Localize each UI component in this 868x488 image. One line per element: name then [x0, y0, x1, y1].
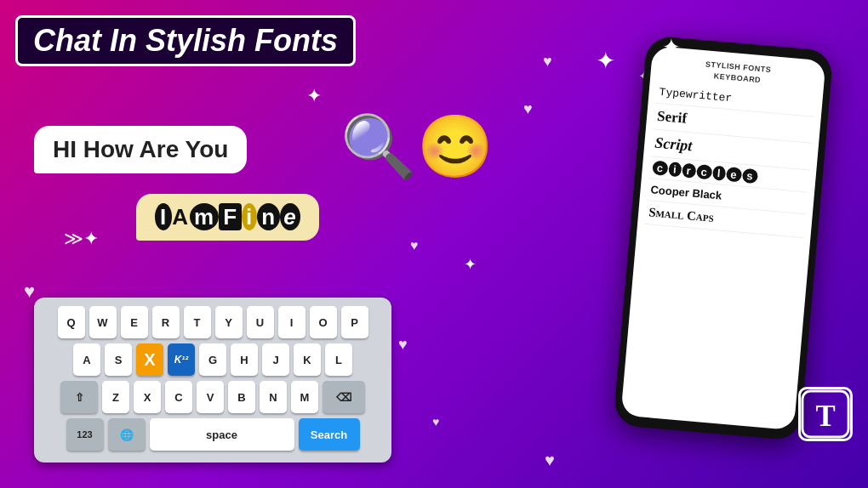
key-p[interactable]: P	[341, 306, 368, 338]
key-q[interactable]: Q	[58, 306, 85, 338]
sparkle-top-right-2: ✦	[692, 60, 702, 73]
key-s[interactable]: S	[105, 343, 132, 376]
title-text: Chat In Stylish Fonts	[33, 23, 338, 58]
key-r[interactable]: R	[152, 306, 180, 338]
key-t[interactable]: T	[184, 306, 211, 338]
heart-icon-6: ♥	[543, 53, 552, 71]
key-n[interactable]: N	[260, 381, 287, 413]
key-g[interactable]: G	[199, 343, 226, 376]
key-k12[interactable]: K¹²	[168, 343, 195, 376]
keyboard-row-2: A S X K¹² G H J K L	[41, 343, 385, 376]
text-format-icon: T	[798, 387, 853, 441]
heart-icon-2: ♥	[523, 100, 533, 118]
phone-mockup: Stylish Fonts Keyboard Typewritter Serif…	[613, 35, 833, 440]
sparkle-top-right: ✦	[662, 34, 681, 60]
sparkle-icon-4: ✦	[464, 255, 477, 274]
keyboard-row-4: 123 🌐 space Search	[41, 418, 385, 451]
heart-icon-4: ♥	[432, 415, 439, 428]
key-shift[interactable]: ⇧	[60, 381, 98, 413]
key-w[interactable]: W	[89, 306, 117, 338]
title-box: Chat In Stylish Fonts	[15, 15, 356, 66]
shooting-star-icon: ≫✦	[64, 228, 99, 250]
key-l[interactable]: L	[325, 343, 352, 376]
key-y[interactable]: Y	[215, 306, 243, 338]
key-x-special[interactable]: X	[136, 343, 163, 376]
key-i[interactable]: I	[278, 306, 306, 338]
key-e[interactable]: E	[121, 306, 148, 338]
key-search[interactable]: Search	[299, 418, 360, 451]
sparkle-icon: ✦	[306, 85, 322, 107]
chat-text-1: HI How Are You	[53, 136, 228, 162]
heart-icon-5: ♥	[545, 451, 555, 470]
heart-icon-3: ♥	[398, 336, 408, 354]
key-b[interactable]: B	[228, 381, 255, 413]
key-z[interactable]: Z	[102, 381, 129, 413]
key-globe[interactable]: 🌐	[108, 418, 146, 451]
keyboard: Q W E R T Y U I O P A S X K¹² G H J K L …	[34, 298, 391, 462]
svg-text:T: T	[815, 400, 835, 433]
key-h[interactable]: H	[231, 343, 258, 376]
key-x2[interactable]: X	[134, 381, 161, 413]
chat-bubble-1: HI How Are You	[34, 126, 247, 173]
heart-icon-1: ♥	[24, 281, 35, 303]
key-backspace[interactable]: ⌫	[323, 381, 365, 413]
key-v[interactable]: V	[197, 381, 224, 413]
key-k[interactable]: K	[294, 343, 321, 376]
key-c[interactable]: C	[165, 381, 192, 413]
key-a[interactable]: A	[73, 343, 100, 376]
emoji-magnifier: 🔍😊	[340, 111, 494, 183]
sparkle-icon-2: ✦	[596, 47, 615, 75]
keyboard-row-1: Q W E R T Y U I O P	[41, 306, 385, 338]
key-o[interactable]: O	[310, 306, 337, 338]
key-j[interactable]: J	[262, 343, 289, 376]
keyboard-row-3: ⇧ Z X C V B N M ⌫	[41, 381, 385, 413]
phone-screen: Stylish Fonts Keyboard Typewritter Serif…	[620, 46, 825, 430]
key-u[interactable]: U	[247, 306, 274, 338]
chat-bubble-2: IAmFine	[136, 194, 319, 241]
heart-icon-7: ♥	[410, 238, 419, 253]
key-numbers[interactable]: 123	[66, 418, 104, 451]
key-space[interactable]: space	[150, 418, 294, 451]
chat-text-2: IAmFine	[155, 203, 300, 230]
key-m[interactable]: M	[291, 381, 318, 413]
